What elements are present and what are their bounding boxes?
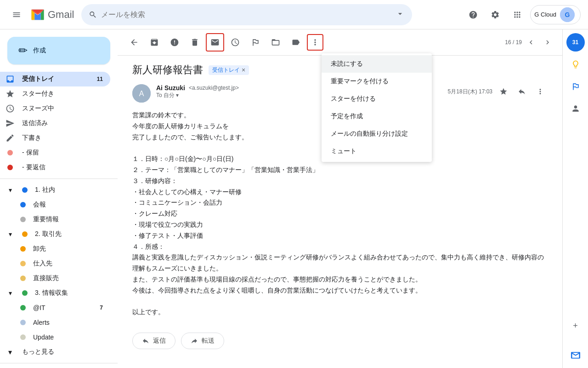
menu-item-filter[interactable]: メールの自動振り分け設定 xyxy=(322,125,432,143)
menu-item-star[interactable]: スターを付ける xyxy=(322,90,432,108)
menu-item-schedule[interactable]: 予定を作成 xyxy=(322,108,432,125)
dropdown-overlay[interactable] xyxy=(0,0,588,368)
menu-item-mark-unread[interactable]: 未読にする xyxy=(322,55,432,73)
menu-item-important[interactable]: 重要マークを付ける xyxy=(322,73,432,90)
menu-item-mute[interactable]: ミュート xyxy=(322,143,432,160)
context-menu: 未読にする 重要マークを付ける スターを付ける 予定を作成 メールの自動振り分け… xyxy=(322,53,432,162)
